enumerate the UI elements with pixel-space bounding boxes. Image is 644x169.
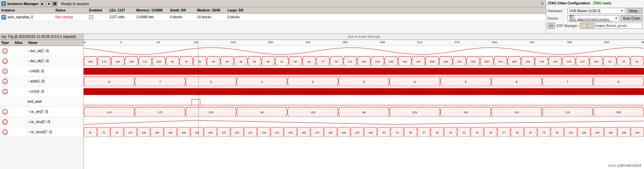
svg-text:34: 34 xyxy=(476,131,479,134)
svg-text:194: 194 xyxy=(526,60,530,63)
signal-row-cic-dout2[interactable]: o + cic_dout2[7..0] xyxy=(0,127,83,137)
svg-text:206: 206 xyxy=(208,131,213,134)
expand-cic-dout2[interactable]: + xyxy=(28,130,29,134)
svg-text:90: 90 xyxy=(260,111,263,114)
svg-text:o: o xyxy=(4,111,6,114)
svg-text:193: 193 xyxy=(302,131,306,134)
svg-text:o: o xyxy=(4,131,6,134)
svg-text:197: 197 xyxy=(416,60,421,63)
svg-text:o: o xyxy=(4,70,6,73)
close-button[interactable]: ✕ xyxy=(540,1,544,6)
sof-path-input[interactable]: /output_files/cic_prj.sof... xyxy=(594,23,643,29)
setup-button[interactable]: Setup... xyxy=(626,8,643,14)
type-icon-cic-dout: o xyxy=(0,119,10,125)
time-marker-512: 512 xyxy=(417,41,422,44)
svg-text:163: 163 xyxy=(464,111,468,114)
signal-row-end-addr[interactable]: end_addr xyxy=(0,97,83,107)
svg-text:39: 39 xyxy=(436,131,439,134)
svg-text:o: o xyxy=(4,91,6,94)
toolbar-btn-3[interactable]: ⬛ xyxy=(52,1,58,6)
svg-text:50: 50 xyxy=(294,60,297,63)
sof-icon-2[interactable]: 📋 xyxy=(587,23,594,29)
type-icon-cnt0: o xyxy=(0,68,10,74)
expand-cic-dout[interactable]: + xyxy=(28,120,29,124)
column-headers: Instance Status Enabled LEs: 1137 Memory… xyxy=(0,7,546,14)
waveform-row-8[interactable]: 6176921101281461641801942062152202212192… xyxy=(84,127,644,137)
time-marker-886: 886 xyxy=(641,41,644,44)
svg-text:162: 162 xyxy=(329,131,333,134)
expand-cnt1[interactable]: + xyxy=(28,90,29,93)
double-arrow-button[interactable]: >> xyxy=(548,23,555,29)
name-cic-dout: + cic_dout[7..0] xyxy=(27,120,83,124)
time-marker-0: 0 xyxy=(120,41,122,44)
svg-text:164: 164 xyxy=(168,131,172,134)
svg-text:91: 91 xyxy=(608,60,611,63)
waveform-rows: 1941791631451271099175614940353436415062… xyxy=(84,46,644,137)
waveform-row-5[interactable] xyxy=(84,97,644,107)
waveform-row-7[interactable] xyxy=(84,117,644,127)
col-medium: Medium: 16/46 xyxy=(197,8,227,12)
signal-row-cnt0[interactable]: o + cnt0[6..0] xyxy=(0,66,83,76)
svg-text:179: 179 xyxy=(102,60,107,63)
expand-dac-da[interactable]: + xyxy=(28,49,29,53)
waveform-area: log: Trig @ 2022/02/25 11:40:09 (0:0:0.1… xyxy=(0,34,644,169)
waveform-svg-3: 67012345670 xyxy=(84,76,644,87)
sof-icon-1[interactable]: 📁 xyxy=(580,23,587,29)
name-dac-da: + dac_da[7..0] xyxy=(27,49,83,53)
col-instance: Instance xyxy=(1,8,55,12)
svg-text:49: 49 xyxy=(212,60,215,63)
svg-text:62: 62 xyxy=(308,60,311,63)
signal-row-cnt1[interactable]: o + cnt1[4..0] xyxy=(0,87,83,97)
jtag-panel: JTAG Chain Configuration: JTAG ready Har… xyxy=(546,0,644,33)
instance-row[interactable]: ST auto_signaltap_0 Not running ✓ 1137 c… xyxy=(0,14,546,21)
signal-row-addr[interactable]: o + addr[2..0] xyxy=(0,76,83,87)
expand-cic-din[interactable]: + xyxy=(28,110,29,114)
waveform-row-1[interactable]: 1941791631451271099175614940353436415062… xyxy=(84,56,644,66)
svg-text:o: o xyxy=(4,50,6,53)
svg-text:47: 47 xyxy=(503,131,505,134)
svg-text:220: 220 xyxy=(235,131,239,134)
col-les: LEs: 1137 xyxy=(109,8,136,12)
waveform-row-2[interactable] xyxy=(84,66,644,76)
expand-cnt0[interactable]: + xyxy=(28,70,29,73)
svg-text:75: 75 xyxy=(185,60,188,63)
checkbox[interactable]: ✓ xyxy=(89,15,93,19)
hardware-dropdown[interactable]: USB-Blaster [USB-0] ▼ xyxy=(567,8,625,14)
instance-memory: 114688 bits xyxy=(136,15,170,19)
waveform-row-6[interactable]: 1291702559012688253163129170255 xyxy=(84,107,644,117)
signal-row-dac-db[interactable]: o + dac_db[7..0] xyxy=(0,56,83,66)
toolbar-btn-1[interactable]: ▶ xyxy=(40,1,46,6)
hardware-row: Hardware: USB-Blaster [USB-0] ▼ Setup... xyxy=(548,8,643,14)
svg-text:163: 163 xyxy=(553,60,558,63)
svg-text:110: 110 xyxy=(129,131,133,134)
instance-enabled-checkbox[interactable]: ✓ xyxy=(89,15,109,19)
svg-text:146: 146 xyxy=(595,131,599,134)
scan-chain-button[interactable]: Scan Chain xyxy=(620,15,643,21)
svg-text:166: 166 xyxy=(389,60,394,63)
svg-text:170: 170 xyxy=(158,111,163,114)
svg-text:194: 194 xyxy=(88,60,93,63)
jtag-title-row: JTAG Chain Configuration: JTAG ready xyxy=(548,1,643,6)
waveform-row-0[interactable] xyxy=(84,46,644,56)
jtag-status: JTAG ready xyxy=(593,1,611,5)
svg-text:221: 221 xyxy=(248,131,252,134)
device-dropdown[interactable]: @1: 10CL006(Y|Z)/10CL010(Y|... ▼ xyxy=(567,15,619,21)
time-insert-bar[interactable]: click to insert time bar xyxy=(84,34,644,40)
toolbar-btn-2[interactable]: ■ xyxy=(46,1,52,6)
signal-row-dac-da[interactable]: o + dac_da[7..0] xyxy=(0,46,83,56)
waveform-row-3[interactable]: 67012345670 xyxy=(84,76,644,87)
signal-row-cic-din[interactable]: o + cic_din[7..0] xyxy=(0,107,83,117)
waveform-row-4[interactable] xyxy=(84,87,644,97)
instance-manager-title: Instance Manager xyxy=(7,2,39,6)
waveform-svg-8: 6176921101281461641801942062152202212192… xyxy=(84,127,644,137)
svg-text:58: 58 xyxy=(516,131,519,134)
expand-dac-db[interactable]: + xyxy=(28,59,29,63)
expand-addr[interactable]: + xyxy=(28,80,29,83)
svg-text:163: 163 xyxy=(116,60,120,63)
svg-text:128: 128 xyxy=(142,131,146,134)
signal-row-cic-dout[interactable]: o + cic_dout[7..0] xyxy=(0,117,83,127)
hardware-label: Hardware: xyxy=(548,9,566,13)
jtag-title: JTAG Chain Configuration: xyxy=(548,1,591,5)
svg-text:129: 129 xyxy=(107,111,112,114)
svg-text:91: 91 xyxy=(171,60,174,63)
